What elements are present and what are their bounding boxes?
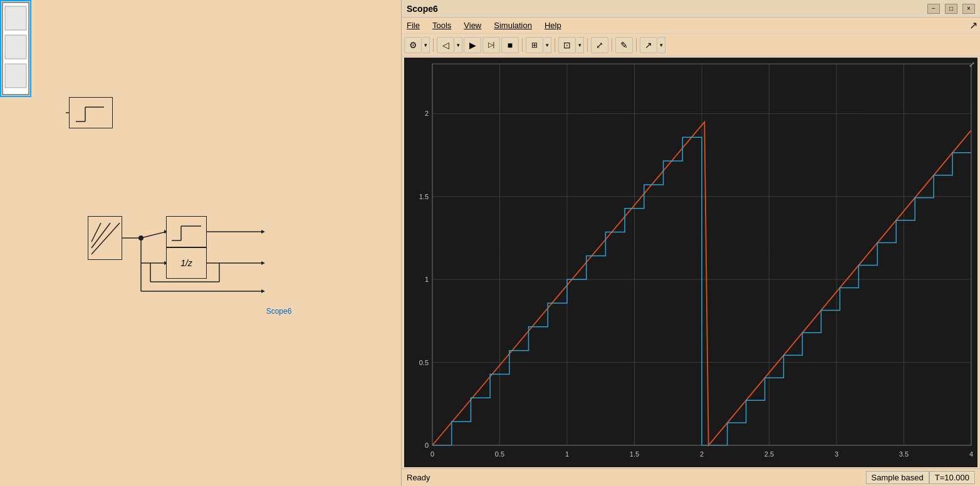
signal-builder-block[interactable] (88, 216, 122, 260)
time-label: T=10.000 (929, 471, 975, 484)
scope6-icon (1, 1, 30, 96)
svg-rect-29 (5, 6, 26, 30)
scope-plot: ⤢ (404, 58, 977, 467)
toolbar-separator-1 (433, 38, 434, 52)
svg-rect-31 (5, 64, 26, 88)
scope6-label: Scope6 (263, 307, 295, 316)
scope-statusbar: Ready Sample based T=10.000 (402, 468, 980, 486)
toolbar-separator-2 (522, 38, 523, 52)
prev-button[interactable]: ◁ (437, 37, 454, 53)
svg-marker-12 (261, 261, 265, 265)
run-button[interactable]: ▶ (464, 37, 481, 53)
titlebar-controls: − □ × (927, 4, 975, 14)
menu-tools[interactable]: Tools (430, 19, 454, 31)
plot-canvas (404, 58, 977, 467)
peaks-dropdown-arrow[interactable]: ▾ (658, 37, 665, 53)
layout-dropdown-arrow[interactable]: ▾ (544, 37, 551, 53)
svg-line-4 (141, 232, 166, 238)
svg-point-3 (138, 235, 143, 240)
cursor-button[interactable]: ✎ (615, 37, 633, 53)
toolbar-separator-3 (555, 38, 555, 52)
step-icon-mid (167, 217, 207, 248)
step-block-top[interactable] (69, 97, 113, 128)
svg-rect-30 (5, 35, 26, 59)
step-icon-top (70, 98, 113, 129)
settings-button[interactable]: ⚙ (404, 37, 422, 53)
settings-dropdown[interactable]: ⚙ ▾ (404, 37, 430, 53)
expand-icon[interactable]: ⤢ (969, 60, 975, 69)
toolbar-separator-5 (612, 38, 612, 52)
zoom-dropdown[interactable]: ⊡ ▾ (558, 37, 584, 53)
layout-button[interactable]: ⊞ (526, 37, 543, 53)
peaks-dropdown[interactable]: ↗ ▾ (640, 37, 665, 53)
zoom-button[interactable]: ⊡ (558, 37, 576, 53)
menu-simulation[interactable]: Simulation (491, 19, 534, 31)
minimize-button[interactable]: − (927, 4, 940, 14)
prev-dropdown[interactable]: ◁ ▾ (437, 37, 462, 53)
scope6-block[interactable] (0, 0, 31, 97)
scope-toolbar: ⚙ ▾ ◁ ▾ ▶ ▷| ■ ⊞ ▾ ⊡ ▾ ⤢ ✎ (402, 34, 980, 56)
layout-dropdown[interactable]: ⊞ ▾ (526, 37, 551, 53)
step-button[interactable]: ▷| (482, 37, 500, 53)
scope-title: Scope6 (407, 4, 438, 14)
toolbar-separator-6 (636, 38, 637, 52)
close-button[interactable]: × (962, 4, 975, 14)
svg-line-24 (91, 223, 101, 242)
stop-button[interactable]: ■ (501, 37, 519, 53)
prev-dropdown-arrow[interactable]: ▾ (455, 37, 462, 53)
zoom-dropdown-arrow[interactable]: ▾ (576, 37, 584, 53)
autoscale-button[interactable]: ⤢ (591, 37, 608, 53)
simulink-canvas: 1/z Scope6 (0, 0, 401, 486)
scope-titlebar: Scope6 − □ × (402, 0, 980, 18)
unit-delay-block[interactable]: 1/z (166, 247, 207, 279)
step-block-mid[interactable] (166, 216, 207, 247)
detach-icon[interactable]: ↗ (969, 19, 977, 31)
signal-builder-icon (88, 217, 123, 261)
menu-file[interactable]: File (404, 19, 422, 31)
settings-dropdown-arrow[interactable]: ▾ (422, 37, 430, 53)
toolbar-separator-4 (587, 38, 588, 52)
svg-marker-15 (261, 289, 265, 293)
maximize-button[interactable]: □ (945, 4, 957, 14)
status-right: Sample based T=10.000 (866, 471, 975, 484)
unit-delay-label: 1/z (180, 258, 192, 268)
svg-line-22 (91, 223, 120, 254)
peaks-button[interactable]: ↗ (640, 37, 657, 53)
status-ready: Ready (407, 473, 430, 482)
menu-view[interactable]: View (461, 19, 484, 31)
scope-window: Scope6 − □ × File Tools View Simulation … (401, 0, 980, 486)
svg-marker-10 (261, 230, 265, 234)
menu-help[interactable]: Help (542, 19, 564, 31)
sample-based-label: Sample based (866, 471, 929, 484)
scope-menubar: File Tools View Simulation Help ↗ (402, 18, 980, 34)
